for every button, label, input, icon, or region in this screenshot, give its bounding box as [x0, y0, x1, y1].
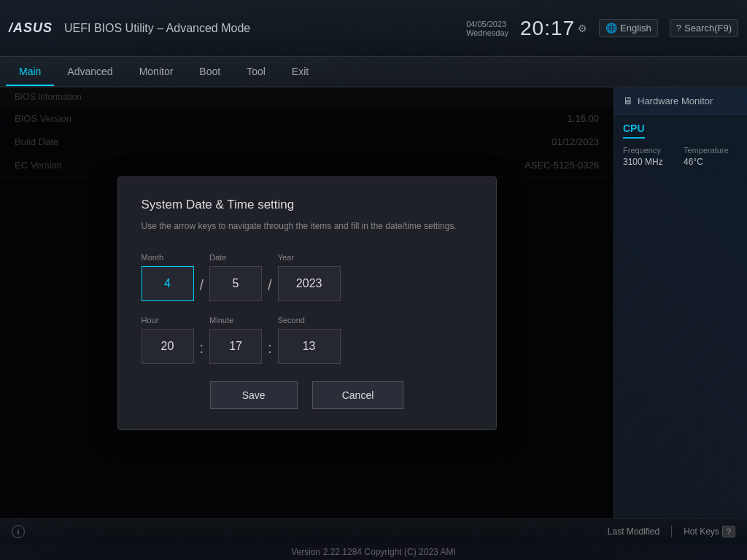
- time-sep-1: :: [194, 340, 210, 364]
- dialog-buttons: Save Cancel: [142, 381, 473, 409]
- date-field-group: Date: [209, 253, 262, 301]
- hour-label: Hour: [142, 316, 194, 324]
- year-label: Year: [278, 253, 341, 262]
- year-input[interactable]: [278, 266, 341, 301]
- minute-field-group: Minute: [209, 316, 262, 364]
- nav-boot[interactable]: Boot: [186, 57, 233, 86]
- nav-advanced[interactable]: Advanced: [54, 57, 125, 86]
- dialog-description: Use the arrow keys to navigate through t…: [142, 219, 473, 233]
- minute-label: Minute: [209, 316, 262, 324]
- nav-monitor[interactable]: Monitor: [126, 57, 187, 86]
- minute-input[interactable]: [209, 329, 262, 364]
- second-field-group: Second: [278, 316, 341, 364]
- second-label: Second: [278, 316, 341, 324]
- datetime-dialog: System Date & Time setting Use the arrow…: [117, 176, 497, 430]
- month-input[interactable]: [142, 266, 194, 301]
- time-row: Hour : Minute : Second: [142, 316, 473, 364]
- second-input[interactable]: [278, 329, 341, 364]
- nav-main[interactable]: Main: [6, 57, 54, 86]
- nav-exit[interactable]: Exit: [279, 57, 322, 86]
- dialog-overlay: System Date & Time setting Use the arrow…: [0, 88, 614, 518]
- main-container: /ASUS UEFI BIOS Utility – Advanced Mode …: [0, 0, 747, 560]
- date-row: Month / Date / Year: [142, 253, 473, 301]
- date-input[interactable]: [209, 266, 262, 301]
- nav-tool[interactable]: Tool: [233, 57, 279, 86]
- date-sep-1: /: [194, 277, 210, 301]
- cancel-button[interactable]: Cancel: [312, 381, 404, 409]
- hour-input[interactable]: [142, 329, 194, 364]
- save-button[interactable]: Save: [210, 381, 298, 409]
- date-sep-2: /: [262, 277, 278, 301]
- time-sep-2: :: [262, 340, 278, 364]
- dialog-title: System Date & Time setting: [142, 198, 473, 212]
- month-label: Month: [142, 253, 194, 262]
- hour-field-group: Hour: [142, 316, 194, 364]
- year-field-group: Year: [278, 253, 341, 301]
- date-label: Date: [209, 253, 262, 262]
- main-content: BIOS Information BIOS Version 1.16.00 Bu…: [0, 88, 614, 518]
- month-field-group: Month: [142, 253, 194, 301]
